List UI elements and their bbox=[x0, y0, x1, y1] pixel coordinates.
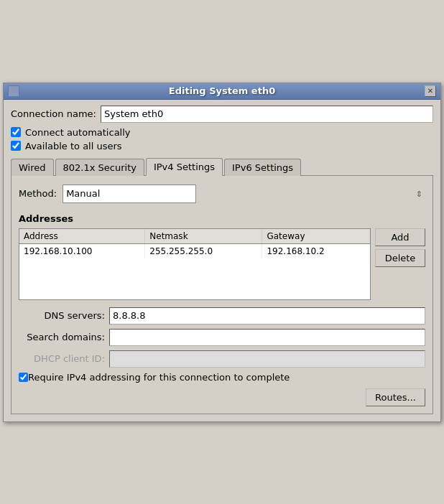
require-ipv4-row: Require IPv4 addressing for this connect… bbox=[19, 372, 425, 383]
dns-input[interactable] bbox=[109, 307, 425, 325]
connection-name-label: Connection name: bbox=[11, 108, 96, 119]
close-button[interactable]: ✕ bbox=[425, 85, 436, 97]
require-ipv4-label[interactable]: Require IPv4 addressing for this connect… bbox=[28, 372, 290, 383]
dns-row: DNS servers: bbox=[19, 307, 425, 325]
cell-netmask: 255.255.255.0 bbox=[145, 243, 262, 258]
dhcp-row: DHCP client ID: bbox=[19, 350, 425, 368]
col-gateway: Gateway bbox=[262, 229, 370, 244]
cell-gateway: 192.168.10.2 bbox=[262, 243, 370, 258]
network-icon bbox=[8, 85, 19, 97]
delete-button[interactable]: Delete bbox=[375, 249, 425, 267]
connect-automatically-row: Connect automatically bbox=[11, 127, 433, 138]
tab-ipv6-settings[interactable]: IPv6 Settings bbox=[224, 159, 301, 176]
addresses-section: Addresses Address Netmask Gateway bbox=[19, 213, 425, 300]
available-to-all-users-label[interactable]: Available to all users bbox=[25, 141, 122, 151]
dhcp-label: DHCP client ID: bbox=[19, 353, 105, 364]
method-row: Method: Automatic (DHCP) Manual Link-Loc… bbox=[19, 185, 425, 203]
window-title: Editing System eth0 bbox=[19, 85, 425, 96]
dhcp-client-id-input[interactable] bbox=[109, 350, 425, 368]
addresses-table-area: Address Netmask Gateway 192.168.10.100 2… bbox=[19, 228, 425, 300]
table-row[interactable]: 192.168.10.100 255.255.255.0 192.168.10.… bbox=[19, 243, 370, 258]
connect-automatically-label[interactable]: Connect automatically bbox=[25, 127, 131, 138]
addresses-table: Address Netmask Gateway 192.168.10.100 2… bbox=[19, 228, 371, 300]
main-window: Editing System eth0 ✕ Connection name: C… bbox=[3, 83, 441, 422]
cell-address: 192.168.10.100 bbox=[19, 243, 145, 258]
titlebar: Editing System eth0 ✕ bbox=[4, 83, 440, 100]
require-ipv4-checkbox[interactable] bbox=[19, 373, 28, 382]
add-button[interactable]: Add bbox=[375, 228, 425, 246]
routes-row: Routes... bbox=[19, 388, 425, 406]
window-content: Connection name: Connect automatically A… bbox=[4, 100, 440, 421]
method-select-wrapper: Automatic (DHCP) Manual Link-Local Only … bbox=[63, 185, 425, 203]
col-netmask: Netmask bbox=[145, 229, 262, 244]
addresses-title: Addresses bbox=[19, 213, 425, 224]
available-all-users-row: Available to all users bbox=[11, 141, 433, 151]
dns-label: DNS servers: bbox=[19, 310, 105, 321]
tab-wired[interactable]: Wired bbox=[11, 159, 54, 176]
search-label: Search domains: bbox=[19, 332, 105, 342]
connection-name-input[interactable] bbox=[101, 106, 433, 123]
method-select[interactable]: Automatic (DHCP) Manual Link-Local Only … bbox=[63, 185, 196, 203]
available-to-all-users-checkbox[interactable] bbox=[11, 141, 21, 151]
method-label: Method: bbox=[19, 188, 57, 199]
ipv4-tab-content: Method: Automatic (DHCP) Manual Link-Loc… bbox=[11, 176, 433, 414]
search-domains-input[interactable] bbox=[109, 329, 425, 346]
connection-name-row: Connection name: bbox=[11, 106, 433, 123]
tab-ipv4-settings[interactable]: IPv4 Settings bbox=[146, 158, 223, 176]
tab-8021x[interactable]: 802.1x Security bbox=[55, 159, 144, 176]
tabs-container: Wired 802.1x Security IPv4 Settings IPv6… bbox=[11, 157, 433, 176]
col-address: Address bbox=[19, 229, 145, 244]
search-domains-row: Search domains: bbox=[19, 329, 425, 346]
addresses-buttons: Add Delete bbox=[375, 228, 425, 300]
connect-automatically-checkbox[interactable] bbox=[11, 127, 21, 137]
routes-button[interactable]: Routes... bbox=[366, 388, 425, 406]
